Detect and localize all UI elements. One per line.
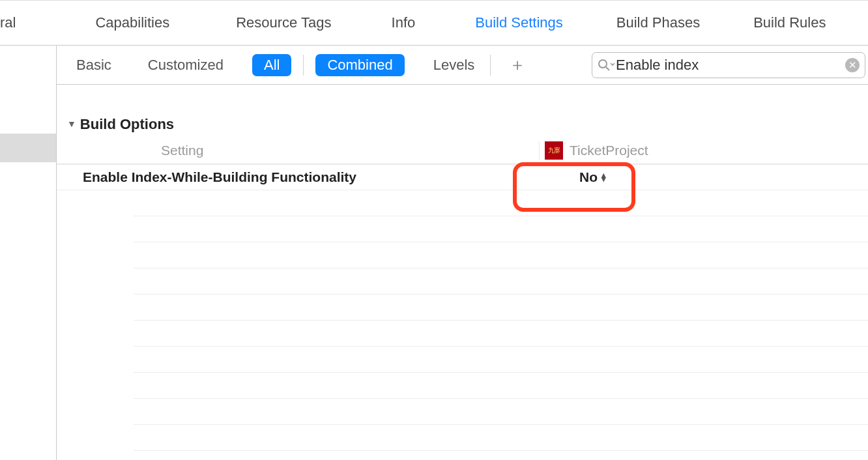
- table-row: [134, 295, 868, 321]
- tab-info[interactable]: Info: [375, 14, 433, 31]
- svg-line-1: [606, 67, 609, 70]
- chevron-updown-icon: ▴▾: [601, 173, 606, 181]
- table-row: [134, 268, 868, 295]
- setting-row[interactable]: Enable Index-While-Building Functionalit…: [57, 164, 868, 190]
- tab-build-settings[interactable]: Build Settings: [458, 14, 580, 31]
- tab-capabilities[interactable]: Capabilities: [78, 14, 186, 31]
- section-build-options[interactable]: ▼ Build Options: [57, 85, 868, 137]
- column-setting: Setting: [57, 143, 539, 158]
- section-title: Build Options: [80, 116, 174, 133]
- table-row: [134, 425, 868, 451]
- filter-levels[interactable]: Levels: [429, 54, 479, 76]
- add-button[interactable]: ＋: [502, 53, 532, 76]
- targets-sidebar: [0, 46, 57, 460]
- svg-point-0: [599, 60, 607, 68]
- search-icon: [598, 59, 615, 72]
- table-row: [134, 399, 868, 425]
- column-headers: Setting 九寨 TicketProject: [57, 137, 868, 164]
- tab-build-rules[interactable]: Build Rules: [736, 14, 843, 31]
- table-row: [134, 242, 868, 268]
- column-target: 九寨 TicketProject: [539, 141, 648, 160]
- separator: [303, 55, 304, 76]
- filter-basic[interactable]: Basic: [72, 54, 115, 76]
- target-app-icon: 九寨: [545, 141, 563, 160]
- table-row: [134, 321, 868, 347]
- tab-build-phases[interactable]: Build Phases: [600, 14, 717, 31]
- target-name: TicketProject: [570, 143, 648, 158]
- table-row: [134, 190, 868, 216]
- tab-general[interactable]: ral: [0, 14, 33, 31]
- table-row: [134, 216, 868, 242]
- table-row: [134, 373, 868, 399]
- selected-target-row[interactable]: [0, 134, 56, 162]
- search-input[interactable]: [616, 57, 845, 74]
- separator: [490, 55, 491, 76]
- setting-value: No: [579, 169, 598, 185]
- filter-bar: Basic Customized All Combined Levels ＋: [57, 46, 868, 85]
- disclosure-triangle-icon: ▼: [67, 119, 76, 129]
- table-row: [134, 347, 868, 373]
- clear-search-icon[interactable]: ✕: [845, 58, 860, 72]
- setting-label: Enable Index-While-Building Functionalit…: [57, 169, 539, 185]
- editor-tabs: ral Capabilities Resource Tags Info Buil…: [0, 0, 868, 46]
- filter-all[interactable]: All: [252, 54, 291, 76]
- search-field[interactable]: ✕: [592, 52, 865, 78]
- filter-customized[interactable]: Customized: [144, 54, 227, 76]
- table-row: [134, 451, 868, 460]
- filter-combined[interactable]: Combined: [315, 54, 404, 76]
- setting-value-dropdown[interactable]: No ▴▾: [539, 169, 646, 185]
- tab-resource-tags[interactable]: Resource Tags: [219, 14, 348, 31]
